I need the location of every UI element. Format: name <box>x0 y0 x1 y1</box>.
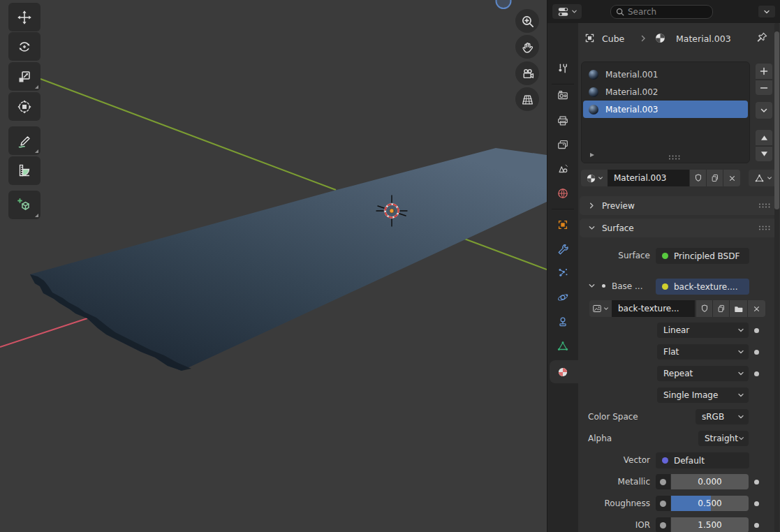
surface-panel-header[interactable]: Surface <box>580 219 779 237</box>
color-space-dropdown[interactable]: sRGB <box>696 409 749 424</box>
material-slot-row[interactable]: Material.002 <box>583 83 748 101</box>
properties-editor: Cube Material.003 Material.001 Material.… <box>547 0 780 532</box>
filter-expand-triangle[interactable] <box>589 152 596 158</box>
roughness-slider[interactable]: 0.500 <box>671 496 749 511</box>
chevron-down-icon <box>767 175 772 181</box>
camera-view-button[interactable] <box>515 61 539 85</box>
projection-value: Flat <box>663 347 679 357</box>
move-slot-up-button[interactable] <box>756 130 772 145</box>
fake-user-button[interactable] <box>689 170 706 186</box>
resize-grip-icon[interactable] <box>668 154 681 161</box>
color-space-value: sRGB <box>702 412 724 422</box>
preview-panel-header[interactable]: Preview <box>580 196 779 215</box>
annotate-tool-button[interactable] <box>8 126 41 155</box>
move-tool-button[interactable] <box>8 3 41 31</box>
material-name-field[interactable] <box>608 170 689 186</box>
properties-options-button[interactable] <box>758 6 775 17</box>
nav-gizmo-axis-ball[interactable] <box>496 0 511 8</box>
alpha-value: Straight <box>705 434 738 443</box>
drag-grip-icon[interactable] <box>758 225 771 231</box>
transform-tool-button[interactable] <box>8 92 41 121</box>
projection-dropdown[interactable]: Flat <box>657 344 749 360</box>
material-slot-row-selected[interactable]: Material.003 <box>583 101 748 118</box>
close-icon <box>752 304 761 313</box>
surface-shader-button[interactable]: Principled BSDF <box>656 248 749 264</box>
orthographic-toggle-button[interactable] <box>515 87 539 111</box>
editor-type-selector[interactable] <box>552 4 582 19</box>
breadcrumb-object[interactable]: Cube <box>602 34 624 44</box>
tab-output[interactable] <box>547 109 578 133</box>
chevron-down-icon[interactable] <box>588 282 596 290</box>
tab-object-data[interactable] <box>547 334 578 358</box>
link-material-to-button[interactable] <box>749 170 777 186</box>
ior-slider[interactable]: 1.500 <box>671 517 749 532</box>
properties-search[interactable] <box>610 5 713 19</box>
tab-world[interactable] <box>547 182 578 205</box>
animate-property-dot[interactable] <box>754 328 759 333</box>
unlink-material-button[interactable] <box>723 170 740 186</box>
tab-constraints[interactable] <box>547 310 578 334</box>
tab-view-layer[interactable] <box>547 133 578 157</box>
scrollbar-thumb[interactable] <box>774 31 779 209</box>
interpolation-value: Linear <box>663 325 689 335</box>
metallic-slider[interactable]: 0.000 <box>671 474 749 489</box>
animate-property-dot[interactable] <box>754 480 759 485</box>
slot-specials-menu-button[interactable] <box>756 102 772 119</box>
tab-modifiers[interactable] <box>547 237 578 261</box>
subtool-indicator <box>35 214 38 217</box>
tab-object[interactable] <box>547 213 578 237</box>
triangle-down-icon <box>760 151 768 157</box>
scale-tool-button[interactable] <box>8 62 41 91</box>
vector-value: Default <box>674 456 705 466</box>
browse-image-button[interactable] <box>589 300 612 317</box>
images-stack-icon <box>557 139 569 152</box>
drag-grip-icon[interactable] <box>758 202 771 209</box>
vector-input-button[interactable]: Default <box>656 452 749 468</box>
tab-physics[interactable] <box>547 286 578 309</box>
image-name-input[interactable] <box>618 304 695 313</box>
metallic-socket[interactable] <box>656 474 670 489</box>
pan-control-button[interactable] <box>515 35 539 59</box>
tab-render[interactable] <box>547 84 578 108</box>
3d-viewport[interactable] <box>0 0 547 532</box>
vector-label: Vector <box>580 455 650 466</box>
zoom-control-button[interactable] <box>515 9 539 33</box>
measure-tool-button[interactable] <box>8 156 41 185</box>
tab-scene[interactable] <box>547 157 578 181</box>
chevron-right-icon <box>588 202 596 209</box>
open-image-button[interactable] <box>729 300 747 317</box>
animate-property-dot[interactable] <box>754 371 759 376</box>
rotate-tool-button[interactable] <box>8 32 41 61</box>
animate-property-dot[interactable] <box>754 523 759 528</box>
alpha-dropdown[interactable]: Straight <box>698 431 749 446</box>
image-icon <box>592 304 602 313</box>
browse-material-button[interactable] <box>581 170 608 186</box>
material-slot-row[interactable]: Material.001 <box>583 66 748 83</box>
image-fake-user-button[interactable] <box>696 300 712 317</box>
search-input[interactable] <box>628 7 698 17</box>
ior-socket[interactable] <box>656 517 670 532</box>
animate-property-dot[interactable] <box>754 350 759 355</box>
animate-property-dot[interactable] <box>754 501 759 506</box>
tab-particles[interactable] <box>547 261 578 285</box>
add-cube-tool-button[interactable] <box>8 191 41 219</box>
duplicate-material-button[interactable] <box>706 170 723 186</box>
add-slot-button[interactable] <box>756 64 772 79</box>
unlink-image-button[interactable] <box>747 300 765 317</box>
remove-slot-button[interactable] <box>756 80 772 95</box>
pin-icon[interactable] <box>756 31 768 43</box>
base-color-link-button[interactable]: back-texture.... <box>656 279 749 295</box>
tab-tool[interactable] <box>547 57 578 80</box>
move-slot-down-button[interactable] <box>756 146 772 161</box>
source-dropdown[interactable]: Single Image <box>657 387 749 403</box>
wrench-icon <box>557 243 569 256</box>
roughness-socket[interactable] <box>656 496 670 511</box>
breadcrumb-material[interactable]: Material.003 <box>676 34 731 44</box>
extension-dropdown[interactable]: Repeat <box>657 366 749 381</box>
image-name-field[interactable] <box>612 300 695 317</box>
material-sphere-preview <box>589 87 598 97</box>
duplicate-image-button[interactable] <box>712 300 729 317</box>
material-name-input[interactable] <box>614 173 689 183</box>
interpolation-dropdown[interactable]: Linear <box>657 323 749 338</box>
tab-material[interactable] <box>547 360 578 384</box>
